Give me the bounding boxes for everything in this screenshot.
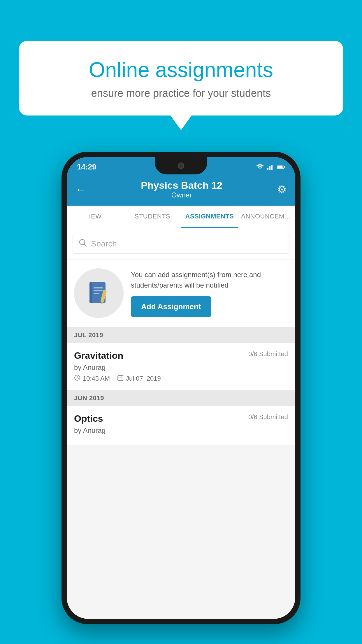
assignment-by-optics: by Anurag <box>74 426 288 435</box>
search-bar[interactable]: Search <box>73 234 289 254</box>
assignment-date: Jul 07, 2019 <box>117 374 161 383</box>
search-placeholder: Search <box>91 239 117 249</box>
search-icon <box>79 239 87 249</box>
app-header: ← Physics Batch 12 Owner ⚙ <box>67 174 295 206</box>
assignment-meta: 10:45 AM Jul 07, 201 <box>74 374 288 383</box>
calendar-icon <box>117 374 124 383</box>
assignment-submitted: 0/6 Submitted <box>248 350 288 358</box>
assignment-submitted-optics: 0/6 Submitted <box>248 413 288 421</box>
phone-body: 14:29 <box>61 152 301 624</box>
notch-camera <box>178 162 184 169</box>
promo-description: You can add assignment(s) from here and … <box>131 270 288 290</box>
promo-card: You can add assignment(s) from here and … <box>67 260 295 327</box>
assignment-header-optics: Optics 0/6 Submitted <box>74 413 288 424</box>
tab-iew[interactable]: IEW <box>67 206 124 228</box>
svg-rect-5 <box>284 166 285 168</box>
tab-assignments[interactable]: ASSIGNMENTS <box>181 206 238 228</box>
status-time: 14:29 <box>77 162 96 172</box>
content-area: Search <box>67 228 295 445</box>
assignment-name-optics: Optics <box>74 413 103 424</box>
assignment-icon-circle <box>74 268 124 318</box>
phone-mockup: 14:29 <box>61 152 301 624</box>
assignment-item-gravitation[interactable]: Gravitation 0/6 Submitted by Anurag <box>67 343 295 390</box>
wifi-icon <box>256 164 264 170</box>
bubble-title: Online assignments <box>39 58 323 81</box>
status-icons <box>256 164 285 170</box>
svg-rect-4 <box>277 166 283 168</box>
svg-line-7 <box>84 244 86 246</box>
notebook-icon <box>87 281 110 306</box>
svg-rect-2 <box>271 165 273 170</box>
speech-bubble-container: Online assignments ensure more practice … <box>19 41 343 116</box>
assignment-name: Gravitation <box>74 350 123 361</box>
bubble-subtitle: ensure more practice for your students <box>39 87 323 99</box>
clock-icon <box>74 374 80 383</box>
header-title: Physics Batch 12 <box>141 180 222 191</box>
svg-rect-11 <box>94 290 103 291</box>
header-subtitle: Owner <box>141 191 222 199</box>
phone-notch <box>155 157 207 174</box>
svg-rect-0 <box>267 168 268 170</box>
svg-rect-10 <box>94 287 103 288</box>
battery-icon <box>277 164 285 169</box>
speech-bubble: Online assignments ensure more practice … <box>19 41 343 116</box>
month-separator-jun: JUN 2019 <box>67 390 295 406</box>
back-button[interactable]: ← <box>75 183 86 196</box>
svg-rect-18 <box>118 376 123 380</box>
signal-icon <box>267 164 274 170</box>
svg-rect-1 <box>269 166 270 170</box>
header-center: Physics Batch 12 Owner <box>141 180 222 199</box>
gear-icon[interactable]: ⚙ <box>277 183 287 196</box>
svg-rect-12 <box>94 293 99 294</box>
assignment-time: 10:45 AM <box>74 374 110 383</box>
tab-announcements[interactable]: ANNOUNCEMENTS <box>238 206 295 228</box>
tabs-container: IEW STUDENTS ASSIGNMENTS ANNOUNCEMENTS <box>67 206 295 228</box>
assignment-by: by Anurag <box>74 363 288 372</box>
svg-rect-9 <box>89 282 92 303</box>
promo-text-area: You can add assignment(s) from here and … <box>131 270 288 317</box>
add-assignment-button[interactable]: Add Assignment <box>131 296 211 317</box>
phone-screen: 14:29 <box>67 157 295 619</box>
svg-line-17 <box>77 378 78 379</box>
assignment-item-optics[interactable]: Optics 0/6 Submitted by Anurag <box>67 406 295 445</box>
assignment-header: Gravitation 0/6 Submitted <box>74 350 288 361</box>
month-separator-jul: JUL 2019 <box>67 327 295 343</box>
search-bar-container: Search <box>67 228 295 259</box>
tab-students[interactable]: STUDENTS <box>124 206 181 228</box>
